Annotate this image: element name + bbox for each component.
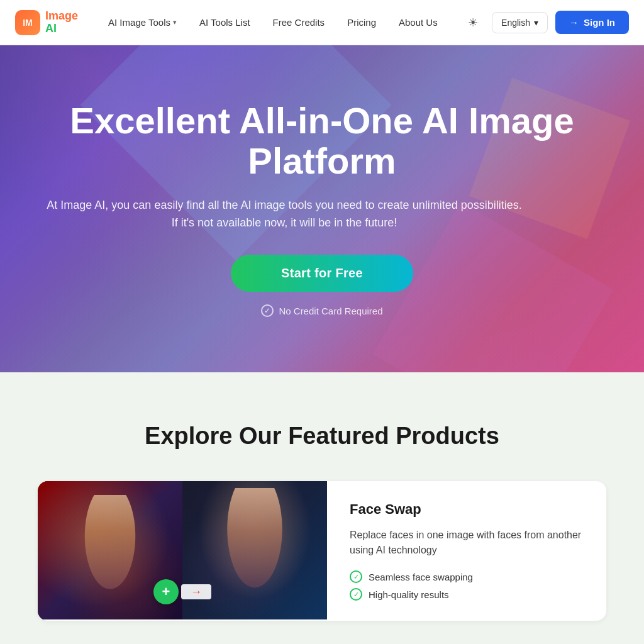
start-for-free-button[interactable]: Start for Free — [231, 255, 413, 292]
nav-ai-tools-list[interactable]: AI Tools List — [189, 12, 260, 33]
sign-in-button[interactable]: → Sign In — [555, 11, 629, 34]
hero-content: Excellent All-in-One AI Image Platform A… — [45, 101, 599, 317]
logo-text: Image AI — [45, 10, 78, 35]
logo-icon: IM — [15, 10, 40, 35]
sign-in-label: Sign In — [584, 17, 615, 28]
theme-toggle-button[interactable]: ☀ — [462, 11, 484, 34]
hero-section: Excellent All-in-One AI Image Platform A… — [0, 45, 644, 372]
sign-in-icon: → — [569, 17, 579, 28]
face-swap-card: + → Face Swap Replace faces in one image… — [38, 481, 606, 621]
nav-links: AI Image Tools ▾ AI Tools List Free Cred… — [98, 12, 462, 33]
feature-item-2: ✓ High-quality results — [350, 588, 584, 601]
swap-icon-area: + → — [153, 579, 211, 604]
nav-about-us[interactable]: About Us — [389, 12, 448, 33]
hero-title: Excellent All-in-One AI Image Platform — [45, 101, 599, 181]
face-swap-info: Face Swap Replace faces in one image wit… — [327, 481, 606, 621]
logo-name-ai: AI — [45, 23, 78, 35]
sun-icon: ☀ — [468, 16, 478, 30]
logo-name-image: Image — [45, 10, 78, 23]
language-label: English — [501, 18, 530, 28]
no-credit-card-notice: ✓ No Credit Card Required — [45, 304, 599, 317]
no-cc-text: No Credit Card Required — [279, 306, 382, 316]
logo[interactable]: IM Image AI — [15, 10, 78, 35]
featured-section-title: Explore Our Featured Products — [38, 423, 606, 450]
product-description: Replace faces in one image with faces fr… — [350, 528, 584, 558]
feature-label-2: High-quality results — [369, 589, 449, 600]
chevron-down-icon: ▾ — [173, 18, 177, 26]
feature-item-1: ✓ Seamless face swapping — [350, 570, 584, 583]
feature-label-1: Seamless face swapping — [369, 572, 473, 582]
navbar: IM Image AI AI Image Tools ▾ AI Tools Li… — [0, 0, 644, 45]
language-selector[interactable]: English ▾ — [492, 12, 548, 33]
nav-pricing[interactable]: Pricing — [337, 12, 386, 33]
arrow-right-icon: → — [181, 584, 211, 599]
plus-icon: + — [153, 579, 179, 604]
chevron-down-icon: ▾ — [534, 18, 538, 28]
hero-subtitle: At Image AI, you can easily find all the… — [45, 196, 523, 233]
face-swap-image: + → — [38, 481, 327, 619]
check-icon-1: ✓ — [350, 570, 362, 583]
featured-section: Explore Our Featured Products + → Face S… — [0, 372, 644, 644]
check-circle-icon: ✓ — [261, 304, 274, 317]
nav-ai-image-tools[interactable]: AI Image Tools ▾ — [98, 12, 187, 33]
check-icon-2: ✓ — [350, 588, 362, 601]
feature-list: ✓ Seamless face swapping ✓ High-quality … — [350, 570, 584, 601]
nav-right: ☀ English ▾ → Sign In — [462, 11, 629, 34]
nav-free-credits[interactable]: Free Credits — [263, 12, 335, 33]
product-name: Face Swap — [350, 501, 584, 518]
